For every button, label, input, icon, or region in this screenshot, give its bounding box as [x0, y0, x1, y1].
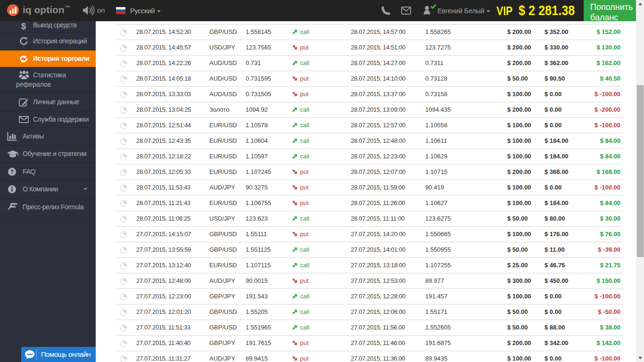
svg-text:?: ? [10, 169, 13, 175]
